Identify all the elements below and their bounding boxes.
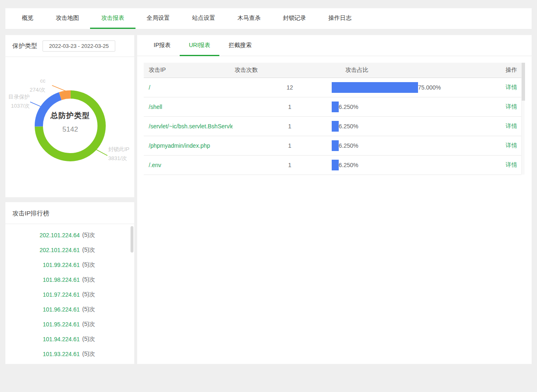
nav-item-attack-map[interactable]: 攻击地图 [45, 8, 90, 29]
uri-link[interactable]: /shell [149, 104, 162, 110]
detail-link[interactable]: 详情 [506, 84, 517, 90]
report-panel: IP报表 URI报表 拦截搜索 攻击IP 攻击次数 攻击占比 操作 / 12 [137, 35, 532, 364]
nav-item-block-records[interactable]: 封锁记录 [272, 8, 317, 29]
attack-ip-rank-list: 202.101.224.64 (5)次 202.101.224.61 (5)次 … [5, 224, 134, 364]
attack-count: (5)次 [82, 276, 95, 283]
ratio-bar [332, 140, 339, 151]
table-scrollbar-track[interactable] [521, 63, 525, 175]
protection-type-panel: 保护类型 总防护类型 5142 cc 274/次 目录保护 1037/次 封锁此… [5, 35, 134, 197]
attacker-ip-link[interactable]: 101.93.224.61 [5, 351, 80, 357]
attacker-ip-link[interactable]: 101.99.224.61 [5, 262, 80, 268]
donut-center-text: 总防护类型 5142 [39, 111, 102, 134]
nav-item-operation-log[interactable]: 操作日志 [317, 8, 363, 29]
callout-line-dir [30, 102, 43, 107]
detail-link[interactable]: 详情 [506, 123, 517, 129]
tab-uri-report[interactable]: URI报表 [180, 35, 219, 56]
attack-count: (5)次 [82, 261, 95, 269]
report-tabbar: IP报表 URI报表 拦截搜索 [137, 35, 532, 56]
nav-item-attack-report[interactable]: 攻击报表 [90, 8, 135, 29]
protection-donut-chart: 总防护类型 5142 cc 274/次 目录保护 1037/次 封锁此IP 38… [5, 57, 134, 197]
attack-count: (5)次 [82, 306, 95, 313]
nav-item-trojan-scan[interactable]: 木马查杀 [226, 8, 272, 29]
ratio-bar [332, 160, 339, 170]
attack-count-cell: 1 [233, 116, 330, 136]
attack-count-cell: 12 [233, 78, 330, 97]
attack-count: (5)次 [82, 321, 95, 328]
col-header-action: 操作 [471, 63, 521, 78]
rank-row: 202.101.224.64 (5)次 [5, 228, 134, 243]
donut-label-cc: cc 274/次 [30, 76, 45, 94]
rank-row: 101.97.224.61 (5)次 [5, 287, 134, 302]
ratio-bar [332, 102, 339, 112]
protection-panel-header: 保护类型 [5, 35, 134, 57]
donut-segment-cc[interactable] [60, 94, 71, 96]
attack-ip-rank-panel: 攻击IP排行榜 202.101.224.64 (5)次 202.101.224.… [5, 202, 134, 364]
donut-center-value: 5142 [39, 125, 102, 134]
donut-label-block-ip: 封锁此IP 3831/次 [108, 145, 129, 163]
attack-count: (5)次 [82, 246, 95, 254]
attack-count: (5)次 [82, 335, 95, 343]
donut-center-title: 总防护类型 [39, 111, 102, 120]
ratio-bar [332, 82, 418, 93]
uri-link[interactable]: /phpmyadmin/index.php [149, 142, 210, 149]
rank-row: 101.95.224.61 (5)次 [5, 317, 134, 332]
ratio-percent: 6.250% [339, 162, 358, 168]
attacker-ip-link[interactable]: 101.94.224.61 [5, 336, 80, 342]
ratio-bar [332, 121, 339, 132]
table-row: /servlet/~ic/bsh.servlet.BshServlet 1 6.… [144, 116, 521, 136]
col-header-attack-ip: 攻击IP [144, 63, 233, 78]
attacker-ip-link[interactable]: 101.97.224.61 [5, 291, 80, 298]
attacker-ip-link[interactable]: 101.96.224.61 [5, 306, 80, 313]
callout-line-block [96, 149, 107, 156]
attack-ip-rank-title: 攻击IP排行榜 [5, 202, 134, 224]
attack-count: (5)次 [82, 231, 95, 239]
uri-link[interactable]: /servlet/~ic/bsh.servlet.BshServlet [149, 123, 233, 130]
nav-item-overview[interactable]: 概览 [11, 8, 45, 29]
rank-row: 101.98.224.61 (5)次 [5, 272, 134, 287]
col-header-attack-count: 攻击次数 [233, 63, 330, 78]
detail-link[interactable]: 详情 [506, 103, 517, 110]
uri-link[interactable]: / [149, 84, 150, 91]
table-scrollbar-thumb[interactable] [522, 63, 525, 101]
attack-count-cell: 1 [233, 136, 330, 155]
uri-link[interactable]: /.env [149, 162, 161, 168]
tab-ip-report[interactable]: IP报表 [145, 35, 180, 56]
top-nav: 概览 攻击地图 攻击报表 全局设置 站点设置 木马查杀 封锁记录 操作日志 [5, 8, 532, 29]
attack-count: (5)次 [82, 350, 95, 358]
attacker-ip-link[interactable]: 202.101.224.61 [5, 247, 80, 253]
rank-list-scrollbar[interactable] [131, 226, 133, 253]
attacker-ip-link[interactable]: 101.95.224.61 [5, 321, 80, 328]
table-row: / 12 75.000% 详情 [144, 78, 521, 97]
ratio-percent: 75.000% [418, 84, 441, 91]
table-row: /phpmyadmin/index.php 1 6.250% 详情 [144, 136, 521, 155]
table-row: /.env 1 6.250% 详情 [144, 155, 521, 175]
protection-type-label: 保护类型 [12, 42, 37, 50]
attacker-ip-link[interactable]: 202.101.224.64 [5, 232, 80, 239]
ratio-percent: 6.250% [339, 142, 358, 149]
rank-row: 101.99.224.61 (5)次 [5, 257, 134, 272]
col-header-attack-ratio: 攻击占比 [330, 63, 471, 78]
detail-link[interactable]: 详情 [506, 142, 517, 149]
table-row: /shell 1 6.250% 详情 [144, 97, 521, 116]
rank-row: 202.101.224.61 (5)次 [5, 243, 134, 257]
ratio-percent: 6.250% [339, 104, 358, 110]
attack-count: (5)次 [82, 291, 95, 298]
detail-link[interactable]: 详情 [506, 161, 517, 168]
rank-row: 101.94.224.61 (5)次 [5, 332, 134, 347]
uri-report-table-wrap: 攻击IP 攻击次数 攻击占比 操作 / 12 75.000% 详情 [144, 63, 521, 175]
ratio-percent: 6.250% [339, 123, 358, 130]
attack-count-cell: 1 [233, 97, 330, 116]
date-range-picker[interactable] [43, 40, 115, 52]
rank-row: 101.96.224.61 (5)次 [5, 302, 134, 317]
rank-row: 101.93.224.61 (5)次 [5, 347, 134, 361]
donut-label-dir-protect: 目录保护 1037/次 [8, 92, 30, 111]
callout-line-cc [52, 85, 66, 91]
nav-item-global-settings[interactable]: 全局设置 [135, 8, 181, 29]
tab-intercept-search[interactable]: 拦截搜索 [219, 35, 261, 56]
attacker-ip-link[interactable]: 101.98.224.61 [5, 276, 80, 283]
table-header-row: 攻击IP 攻击次数 攻击占比 操作 [144, 63, 521, 78]
nav-item-site-settings[interactable]: 站点设置 [181, 8, 226, 29]
attack-count-cell: 1 [233, 155, 330, 175]
uri-report-table: 攻击IP 攻击次数 攻击占比 操作 / 12 75.000% 详情 [144, 63, 521, 175]
